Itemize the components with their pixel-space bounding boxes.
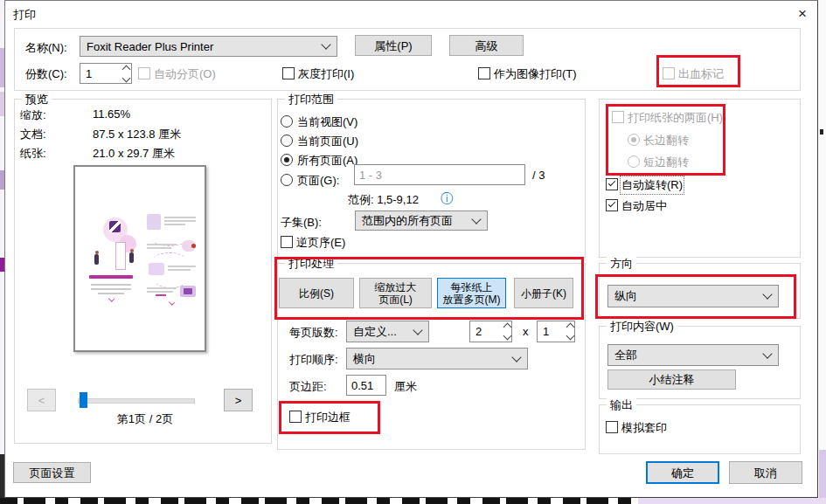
reverse-pages-checkbox[interactable] xyxy=(281,236,293,248)
prev-page-button: < xyxy=(27,389,56,411)
radio-all-pages[interactable] xyxy=(281,154,293,166)
caret-down-icon xyxy=(566,332,574,341)
print-border-label[interactable]: 打印边框 xyxy=(305,410,351,425)
columns-stepper[interactable] xyxy=(469,321,512,342)
radio-current-view[interactable] xyxy=(281,115,293,128)
multiple-pages-per-sheet-button[interactable]: 每张纸上放置多页(M) xyxy=(437,278,506,308)
prev-page-label: < xyxy=(38,394,45,407)
print-handling-group-label: 打印处理 xyxy=(285,256,337,272)
radio-long-edge xyxy=(628,134,640,146)
background-document-art xyxy=(638,498,826,504)
stepper-arrows[interactable] xyxy=(566,321,574,342)
columns-input[interactable] xyxy=(470,321,503,342)
chevron-down-icon xyxy=(762,349,772,358)
rows-stepper[interactable] xyxy=(537,321,575,342)
simulate-overprint-label[interactable]: 模拟套印 xyxy=(621,420,667,436)
document-size-label: 文档: xyxy=(20,127,46,142)
orientation-group-label: 方向 xyxy=(607,256,636,272)
paper-size-value: 21.0 x 29.7 厘米 xyxy=(93,146,175,162)
printer-name-value: Foxit Reader Plus Printer xyxy=(87,40,213,53)
print-order-value: 横向 xyxy=(353,351,376,367)
print-content-group-label: 打印内容(W) xyxy=(607,319,677,335)
subset-select[interactable]: 范围内的所有页面 xyxy=(355,211,488,231)
grayscale-label[interactable]: 灰度打印(I) xyxy=(298,66,354,82)
booklet-button[interactable]: 小册子(K) xyxy=(514,278,573,308)
radio-pages-label[interactable]: 页面(G): xyxy=(297,173,339,189)
ok-button[interactable]: 确定 xyxy=(646,461,719,484)
preview-page xyxy=(73,165,206,352)
orientation-select[interactable]: 纵向 xyxy=(607,285,779,307)
ok-button-label: 确定 xyxy=(671,466,694,480)
print-border-checkbox[interactable] xyxy=(289,411,302,423)
shrink-oversized-button[interactable]: 缩放过大页面(L) xyxy=(359,278,432,308)
background-fragment xyxy=(820,129,823,135)
copies-input[interactable] xyxy=(80,64,121,83)
chevron-down-icon xyxy=(471,214,481,224)
subset-value: 范围内的所有页面 xyxy=(362,213,453,229)
summarize-comments-label: 小结注释 xyxy=(649,373,695,386)
stepper-arrows[interactable] xyxy=(503,321,511,342)
properties-button[interactable]: 属性(P) xyxy=(355,35,432,56)
margin-input[interactable] xyxy=(346,375,386,396)
range-example-label: 范例: 1,5-9,12 xyxy=(348,192,419,208)
printer-name-select[interactable]: Foxit Reader Plus Printer xyxy=(80,36,337,57)
caret-up-icon xyxy=(566,323,574,332)
scale-button[interactable]: 比例(S) xyxy=(279,278,354,308)
booklet-button-label: 小册子(K) xyxy=(521,287,566,300)
stepper-arrows[interactable] xyxy=(121,64,131,83)
advanced-button-label: 高级 xyxy=(475,39,498,52)
margin-unit-label: 厘米 xyxy=(394,379,417,395)
bleed-marks-checkbox xyxy=(663,67,675,79)
radio-short-edge xyxy=(628,155,640,168)
output-group-label: 输出 xyxy=(607,397,636,413)
preview-page-slider-handle[interactable] xyxy=(80,392,87,408)
preview-page-slider-track[interactable] xyxy=(78,398,195,404)
multiple-button-label2: 放置多页(M) xyxy=(443,293,501,306)
next-page-label: > xyxy=(235,394,242,407)
print-as-image-checkbox[interactable] xyxy=(478,67,490,79)
radio-current-page-label[interactable]: 当前页面(U) xyxy=(297,134,358,149)
page-total-label: / 3 xyxy=(532,169,545,182)
grayscale-checkbox[interactable] xyxy=(282,67,295,79)
auto-center-checkbox[interactable] xyxy=(606,199,618,211)
print-range-group-label: 打印范围 xyxy=(285,92,337,107)
next-page-button[interactable]: > xyxy=(224,389,253,411)
info-icon[interactable]: ⓘ xyxy=(441,191,453,207)
radio-short-edge-label: 短边翻转 xyxy=(643,155,689,170)
preview-thumbnail-left xyxy=(84,212,138,301)
auto-center-label[interactable]: 自动居中 xyxy=(621,198,667,214)
close-icon[interactable]: × xyxy=(798,5,807,23)
radio-pages[interactable] xyxy=(281,174,293,186)
cancel-button[interactable]: 取消 xyxy=(729,461,802,484)
page-range-input[interactable] xyxy=(354,164,525,185)
pages-per-sheet-label: 每页版数: xyxy=(289,325,338,341)
advanced-button[interactable]: 高级 xyxy=(449,35,524,56)
bleed-marks-label: 出血标记 xyxy=(678,66,724,82)
auto-rotate-checkbox[interactable] xyxy=(606,178,618,190)
scale-button-label: 比例(S) xyxy=(299,287,334,300)
rows-input[interactable] xyxy=(538,321,566,342)
print-content-select[interactable]: 全部 xyxy=(607,344,779,366)
copies-stepper[interactable] xyxy=(80,63,132,84)
radio-current-page[interactable] xyxy=(281,135,293,147)
summarize-comments-button[interactable]: 小结注释 xyxy=(607,369,736,390)
simulate-overprint-checkbox[interactable] xyxy=(606,421,618,433)
print-content-value: 全部 xyxy=(614,348,637,363)
page-setup-button[interactable]: 页面设置 xyxy=(13,462,91,483)
radio-all-pages-label[interactable]: 所有页面(A) xyxy=(297,153,357,169)
collate-checkbox xyxy=(138,67,150,79)
print-order-select[interactable]: 横向 xyxy=(346,348,528,369)
pages-per-sheet-select[interactable]: 自定义... xyxy=(346,321,429,342)
chevron-down-icon xyxy=(511,352,521,362)
collate-label: 自动分页(O) xyxy=(154,66,216,82)
printer-name-label: 名称(N): xyxy=(25,40,67,56)
reverse-pages-label[interactable]: 逆页序(E) xyxy=(296,235,345,251)
auto-rotate-label[interactable]: 自动旋转(R) xyxy=(621,177,683,193)
caret-down-icon xyxy=(503,332,511,341)
print-as-image-label[interactable]: 作为图像打印(T) xyxy=(494,66,577,82)
caret-up-icon xyxy=(503,323,511,332)
radio-current-view-label[interactable]: 当前视图(V) xyxy=(297,114,357,130)
orientation-value: 纵向 xyxy=(614,288,637,304)
background-fragment xyxy=(819,450,826,504)
cancel-button-label: 取消 xyxy=(754,466,777,480)
